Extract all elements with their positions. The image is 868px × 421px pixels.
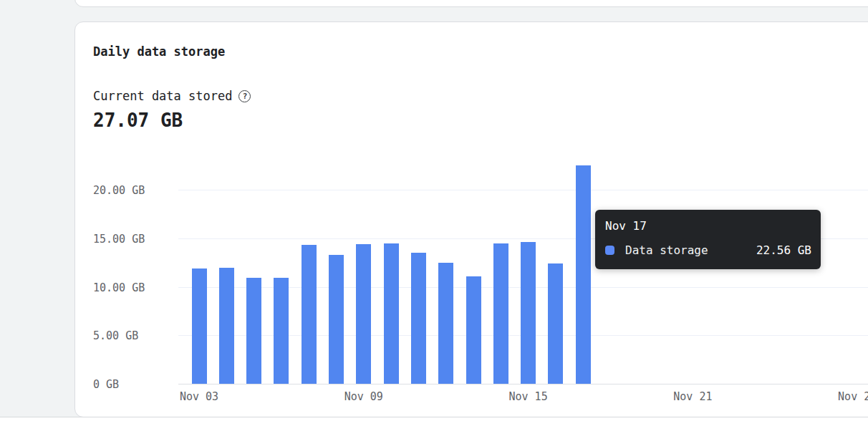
previous-card-bottom-edge: [74, 0, 868, 7]
bar-nov-09[interactable]: [356, 244, 371, 384]
card-title: Daily data storage: [93, 44, 225, 59]
x-axis-tick-label: Nov 15: [509, 390, 548, 403]
chart-tooltip: Nov 17 Data storage 22.56 GB: [595, 210, 821, 269]
bar-nov-16[interactable]: [548, 263, 563, 384]
metric-label: Current data stored: [93, 89, 232, 103]
y-axis-tick-label: 5.00 GB: [93, 329, 138, 342]
tooltip-series-label: Data storage: [625, 243, 708, 257]
bar-nov-12[interactable]: [438, 263, 453, 384]
bar-nov-05[interactable]: [246, 278, 261, 384]
bar-nov-08[interactable]: [329, 255, 344, 384]
bar-nov-03[interactable]: [192, 268, 207, 384]
gridline: [178, 190, 868, 190]
y-axis-tick-label: 10.00 GB: [93, 281, 145, 294]
bar-nov-04[interactable]: [219, 268, 234, 384]
tooltip-value: 22.56 GB: [756, 243, 811, 257]
viewport-bottom-divider: [0, 417, 868, 417]
bar-nov-14[interactable]: [493, 243, 508, 384]
tooltip-date: Nov 17: [605, 219, 811, 233]
bar-nov-15[interactable]: [521, 242, 536, 384]
x-axis-tick-label: Nov 03: [180, 390, 218, 403]
y-axis-tick-label: 0 GB: [93, 378, 119, 391]
bar-nov-10[interactable]: [384, 243, 399, 384]
help-icon[interactable]: ?: [238, 90, 251, 102]
y-axis-tick-label: 15.00 GB: [93, 233, 145, 246]
tooltip-row: Data storage 22.56 GB: [605, 243, 811, 257]
metric-label-row: Current data stored ?: [93, 89, 251, 103]
x-axis-tick-label: Nov 09: [344, 390, 383, 403]
x-axis-tick-label: Nov 21: [673, 390, 712, 403]
x-axis-tick-label: Nov 27: [838, 390, 868, 403]
bar-nov-06[interactable]: [274, 278, 289, 384]
metric-value: 27.07 GB: [93, 110, 183, 131]
x-axis-baseline: [178, 384, 868, 384]
bar-nov-11[interactable]: [411, 253, 426, 384]
series-swatch-icon: [605, 246, 614, 255]
bar-nov-13[interactable]: [466, 276, 481, 384]
y-axis-tick-label: 20.00 GB: [93, 184, 145, 197]
daily-data-storage-card: Daily data storage Current data stored ?…: [74, 21, 868, 417]
bar-nov-17[interactable]: [576, 165, 591, 384]
bar-nov-07[interactable]: [302, 245, 317, 384]
